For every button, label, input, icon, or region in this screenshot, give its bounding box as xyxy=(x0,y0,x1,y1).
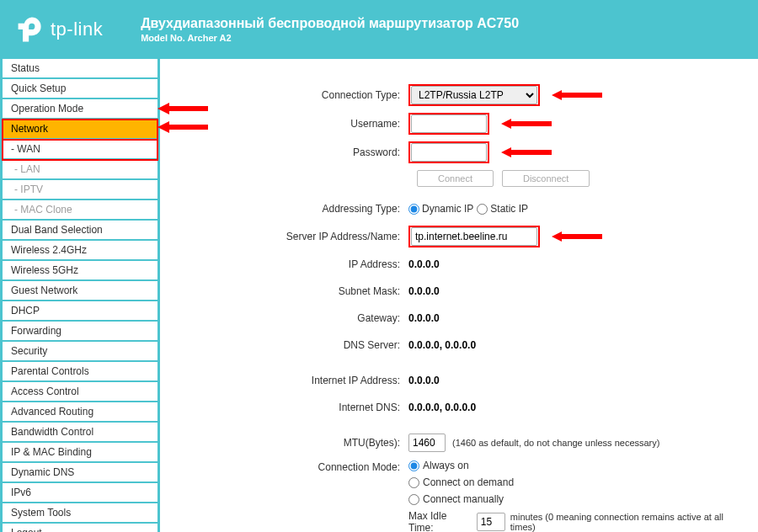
sidebar-item-wan[interactable]: - WAN xyxy=(3,140,157,160)
sidebar-item-ipv6[interactable]: IPv6 xyxy=(3,483,157,503)
connection-mode-label: Connection Mode: xyxy=(177,460,408,473)
sidebar-item-security[interactable]: Security xyxy=(3,342,157,362)
annotation-box: L2TP/Russia L2TP xyxy=(408,84,540,106)
conn-mode-always-radio[interactable] xyxy=(408,460,419,471)
addressing-dynamic-option[interactable]: Dynamic IP xyxy=(408,203,473,215)
mtu-label: MTU(Bytes): xyxy=(177,437,408,449)
sidebar-item-dhcp[interactable]: DHCP xyxy=(3,301,157,322)
inet-ip-value: 0.0.0.0 xyxy=(408,375,440,386)
server-input[interactable] xyxy=(411,227,537,246)
annotation-arrow-icon xyxy=(501,117,552,130)
page-title: Двухдиапазонный беспроводной маршрутизат… xyxy=(141,16,519,31)
idle-input[interactable] xyxy=(477,513,505,531)
subnet-value: 0.0.0.0 xyxy=(408,285,440,297)
sidebar-item-lan[interactable]: - LAN xyxy=(3,160,157,180)
sidebar-item-system-tools[interactable]: System Tools xyxy=(3,503,157,524)
svg-marker-3 xyxy=(501,119,552,129)
addressing-dynamic-radio[interactable] xyxy=(408,204,419,215)
sidebar-item-status[interactable]: Status xyxy=(3,59,157,79)
conn-mode-manual-radio[interactable] xyxy=(408,494,419,505)
conn-mode-demand-option[interactable]: Connect on demand xyxy=(408,476,741,488)
conn-mode-demand-radio[interactable] xyxy=(408,477,419,488)
sidebar-item-operation-mode[interactable]: Operation Mode xyxy=(3,99,157,120)
inet-ip-label: Internet IP Address: xyxy=(177,375,408,386)
dns-value: 0.0.0.0, 0.0.0.0 xyxy=(408,339,476,351)
brand-text: tp-link xyxy=(51,19,103,40)
sidebar-item-network[interactable]: Network xyxy=(3,120,157,140)
ip-address-value: 0.0.0.0 xyxy=(408,258,440,270)
sidebar: Status Quick Setup Operation Mode Networ… xyxy=(0,59,160,532)
sidebar-item-logout[interactable]: Logout xyxy=(3,524,157,532)
connect-button[interactable]: Connect xyxy=(417,170,494,187)
connection-type-select[interactable]: L2TP/Russia L2TP xyxy=(411,86,537,104)
sidebar-item-advanced-routing[interactable]: Advanced Routing xyxy=(3,402,157,423)
disconnect-button[interactable]: Disconnect xyxy=(502,170,590,187)
svg-marker-5 xyxy=(552,231,602,242)
mtu-hint: (1460 as default, do not change unless n… xyxy=(452,438,659,448)
idle-hint: minutes (0 meaning connection remains ac… xyxy=(510,512,741,532)
sidebar-item-wireless-5[interactable]: Wireless 5GHz xyxy=(3,261,157,281)
tplink-logo-icon xyxy=(15,14,45,45)
sidebar-item-bandwidth[interactable]: Bandwidth Control xyxy=(3,423,157,443)
addressing-type-label: Addressing Type: xyxy=(177,203,408,215)
username-input[interactable] xyxy=(411,114,487,133)
connection-type-label: Connection Type: xyxy=(177,89,408,101)
annotation-arrow-icon xyxy=(501,146,552,159)
svg-marker-4 xyxy=(501,147,552,157)
ip-address-label: IP Address: xyxy=(177,258,408,270)
subnet-label: Subnet Mask: xyxy=(177,285,408,297)
addressing-static-radio[interactable] xyxy=(477,204,488,215)
username-label: Username: xyxy=(177,118,408,130)
addressing-static-option[interactable]: Static IP xyxy=(477,203,528,215)
sidebar-item-quick-setup[interactable]: Quick Setup xyxy=(3,79,157,99)
password-input[interactable] xyxy=(411,143,487,162)
idle-label: Max Idle Time: xyxy=(408,510,472,532)
annotation-arrow-icon xyxy=(552,230,602,243)
sidebar-item-guest-network[interactable]: Guest Network xyxy=(3,281,157,301)
sidebar-item-forwarding[interactable]: Forwarding xyxy=(3,322,157,342)
annotation-arrow-icon xyxy=(552,88,602,102)
annotation-box xyxy=(408,226,540,247)
inet-dns-value: 0.0.0.0, 0.0.0.0 xyxy=(408,402,476,413)
gateway-label: Gateway: xyxy=(177,312,408,324)
conn-mode-manual-option[interactable]: Connect manually xyxy=(408,493,741,505)
header: tp-link Двухдиапазонный беспроводной мар… xyxy=(0,0,758,59)
server-label: Server IP Address/Name: xyxy=(177,231,408,242)
sidebar-item-parental[interactable]: Parental Controls xyxy=(3,362,157,382)
svg-marker-2 xyxy=(552,90,602,100)
annotation-box xyxy=(408,113,489,135)
gateway-value: 0.0.0.0 xyxy=(408,312,440,324)
inet-dns-label: Internet DNS: xyxy=(177,402,408,413)
sidebar-item-mac-clone[interactable]: - MAC Clone xyxy=(3,200,157,221)
conn-mode-always-option[interactable]: Always on xyxy=(408,460,741,471)
dns-label: DNS Server: xyxy=(177,339,408,351)
password-label: Password: xyxy=(177,146,408,158)
sidebar-item-access-control[interactable]: Access Control xyxy=(3,382,157,402)
model-number: Model No. Archer A2 xyxy=(141,33,519,43)
annotation-box xyxy=(408,141,489,163)
header-titles: Двухдиапазонный беспроводной маршрутизат… xyxy=(141,16,519,43)
main-content: Connection Type: L2TP/Russia L2TP Userna… xyxy=(160,59,758,532)
brand-logo: tp-link xyxy=(15,14,103,45)
sidebar-item-wireless-24[interactable]: Wireless 2.4GHz xyxy=(3,241,157,261)
sidebar-item-iptv[interactable]: - IPTV xyxy=(3,180,157,200)
mtu-input[interactable] xyxy=(408,434,446,452)
sidebar-item-ip-mac-binding[interactable]: IP & MAC Binding xyxy=(3,443,157,463)
sidebar-item-dynamic-dns[interactable]: Dynamic DNS xyxy=(3,463,157,483)
sidebar-item-dual-band[interactable]: Dual Band Selection xyxy=(3,221,157,241)
